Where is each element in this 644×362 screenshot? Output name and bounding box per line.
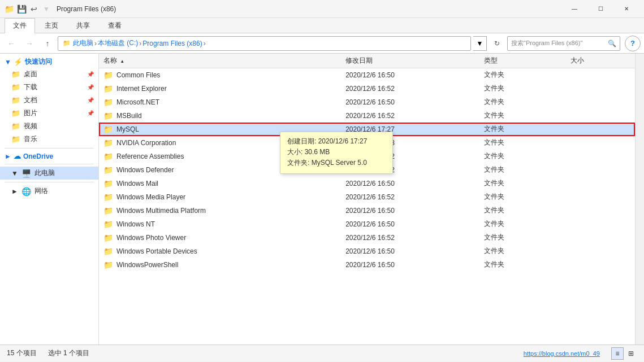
file-size <box>566 68 635 82</box>
table-row[interactable]: 📁 Windows Media Player 2020/12/6 16:52文件… <box>99 190 635 204</box>
file-type: 文件夹 <box>479 190 566 204</box>
view-details-button[interactable]: ≡ <box>611 347 624 360</box>
folder-icon: 📁 <box>11 83 20 91</box>
sidebar-section-this-pc: ▼ 🖥️ 此电脑 <box>0 167 98 180</box>
file-type: 文件夹 <box>479 109 566 123</box>
view-icons: ≡ ⊞ <box>611 347 637 360</box>
file-type: 文件夹 <box>479 245 566 258</box>
table-row[interactable]: 📁 Windows Multimedia Platform 2020/12/6 … <box>99 204 635 217</box>
file-date: 2020/12/6 16:50 <box>341 217 479 231</box>
undo-icon[interactable]: ↩ <box>29 5 38 14</box>
sidebar-quick-access-label: 快速访问 <box>25 57 52 67</box>
forward-button[interactable]: → <box>21 36 37 51</box>
chevron-icon: ▼ <box>5 58 11 66</box>
address-path[interactable]: 📁 此电脑 › 本地磁盘 (C:) › Program Files (x86) … <box>58 36 471 51</box>
path-this-pc[interactable]: 此电脑 <box>73 38 93 48</box>
pin-icon: 📌 <box>87 97 94 103</box>
file-date: 2020/12/6 16:52 <box>341 190 479 204</box>
chevron-icon: ► <box>11 187 18 195</box>
sidebar-quick-access-header[interactable]: ▼ ⚡ 快速访问 <box>0 56 98 68</box>
folder-icon: 📁 <box>103 98 113 107</box>
file-name: Windows Multimedia Platform <box>116 207 206 215</box>
selected-count: 选中 1 个项目 <box>48 348 89 358</box>
file-type: 文件夹 <box>479 95 566 109</box>
file-name-cell: 📁 Windows Media Player <box>99 190 341 204</box>
file-type: 文件夹 <box>479 68 566 82</box>
sidebar-item-label: 图片 <box>24 108 37 118</box>
back-button[interactable]: ← <box>3 36 19 51</box>
address-dropdown[interactable]: ▼ <box>473 36 487 51</box>
sidebar-item-pictures[interactable]: 📁 图片 📌 <box>0 107 98 120</box>
file-name-cell: 📁 MSBuild <box>99 109 341 123</box>
file-size <box>566 163 635 177</box>
table-row[interactable]: 📁 Windows NT 2020/12/6 16:50文件夹 <box>99 217 635 231</box>
path-program-files[interactable]: Program Files (x86) <box>142 40 202 47</box>
file-size <box>566 150 635 163</box>
save-icon[interactable]: 💾 <box>17 5 26 14</box>
pin-icon: 📌 <box>87 110 94 116</box>
table-row[interactable]: 📁 Windows Mail 2020/12/6 16:50文件夹 <box>99 177 635 190</box>
sidebar-section-network: ► 🌐 网络 <box>0 185 98 198</box>
status-bar: 15 个项目 选中 1 个项目 https://blog.csdn.net/m0… <box>0 344 644 361</box>
app-icon: 📁 <box>5 5 14 14</box>
tab-view[interactable]: 查看 <box>100 18 130 33</box>
sidebar-item-documents[interactable]: 📁 文档 📌 <box>0 94 98 107</box>
tab-home[interactable]: 主页 <box>36 18 67 33</box>
col-header-type[interactable]: 类型 <box>479 54 566 68</box>
file-name: Common Files <box>116 71 160 79</box>
folder-icon: 📁 <box>103 179 113 188</box>
sidebar-item-network[interactable]: ► 🌐 网络 <box>0 185 98 198</box>
file-size <box>566 258 635 272</box>
table-row[interactable]: 📁 MSBuild 2020/12/6 16:52文件夹 <box>99 109 635 123</box>
table-row[interactable]: 📁 WindowsPowerShell 2020/12/6 16:50文件夹 <box>99 258 635 272</box>
file-name-cell: 📁 WindowsPowerShell <box>99 258 341 272</box>
search-icon[interactable]: 🔍 <box>608 40 616 47</box>
file-name: Reference Assemblies <box>116 152 184 160</box>
maximize-button[interactable]: ☐ <box>587 0 613 18</box>
folder-icon: 📁 <box>103 138 113 147</box>
table-row[interactable]: 📁 Internet Explorer 2020/12/6 16:52文件夹 <box>99 82 635 95</box>
file-name: Windows Defender <box>116 166 174 174</box>
sidebar-item-downloads[interactable]: 📁 下载 📌 <box>0 81 98 94</box>
refresh-button[interactable]: ↻ <box>489 36 505 51</box>
table-row[interactable]: 📁 Common Files 2020/12/6 16:50文件夹 <box>99 68 635 82</box>
table-row[interactable]: 📁 Microsoft.NET 2020/12/6 16:50文件夹 <box>99 95 635 109</box>
folder-icon: 📁 <box>11 122 20 130</box>
right-scrollbar[interactable] <box>635 54 644 344</box>
sidebar-section-quick-access: ▼ ⚡ 快速访问 📁 桌面 📌 📁 下载 📌 📁 文档 📌 📁 图 <box>0 56 98 146</box>
up-button[interactable]: ↑ <box>40 36 55 51</box>
file-size <box>566 245 635 258</box>
view-large-icons-button[interactable]: ⊞ <box>625 347 637 360</box>
file-date: 2020/12/6 16:50 <box>341 245 479 258</box>
minimize-button[interactable]: — <box>561 0 587 18</box>
help-button[interactable]: ? <box>625 36 641 51</box>
folder-icon: 📁 <box>103 71 113 80</box>
file-size <box>566 109 635 123</box>
folder-icon: 📁 <box>103 193 113 202</box>
search-box[interactable]: 搜索"Program Files (x86)" 🔍 <box>507 36 620 51</box>
col-header-name[interactable]: 名称 ▲ <box>99 54 341 68</box>
file-size <box>566 217 635 231</box>
folder-icon: 📁 <box>103 260 113 269</box>
sidebar-item-this-pc[interactable]: ▼ 🖥️ 此电脑 <box>0 167 98 180</box>
file-name: MySQL <box>116 125 139 133</box>
table-row[interactable]: 📁 Windows Photo Viewer 2020/12/6 16:52文件… <box>99 231 635 245</box>
file-type: 文件夹 <box>479 204 566 217</box>
tooltip-size: 大小: 30.6 MB <box>287 147 386 157</box>
tab-share[interactable]: 共享 <box>68 18 98 33</box>
close-button[interactable]: ✕ <box>613 0 639 18</box>
sidebar-item-desktop[interactable]: 📁 桌面 📌 <box>0 68 98 81</box>
tab-file[interactable]: 文件 <box>5 18 35 33</box>
ribbon-tabs: 文件 主页 共享 查看 <box>0 18 644 33</box>
sidebar-onedrive-header[interactable]: ► ☁ OneDrive <box>0 151 98 162</box>
folder-icon: 📁 <box>103 125 113 134</box>
table-row[interactable]: 📁 Windows Portable Devices 2020/12/6 16:… <box>99 245 635 258</box>
col-header-date[interactable]: 修改日期 <box>341 54 479 68</box>
sidebar-item-videos[interactable]: 📁 视频 <box>0 120 98 133</box>
sidebar-item-music[interactable]: 📁 音乐 <box>0 133 98 146</box>
sidebar-item-label: 文档 <box>24 95 37 105</box>
file-date: 2020/12/6 16:50 <box>341 177 479 190</box>
status-link[interactable]: https://blog.csdn.net/m0_49 <box>524 350 600 357</box>
col-header-size[interactable]: 大小 <box>566 54 635 68</box>
path-local-disk[interactable]: 本地磁盘 (C:) <box>98 38 138 48</box>
